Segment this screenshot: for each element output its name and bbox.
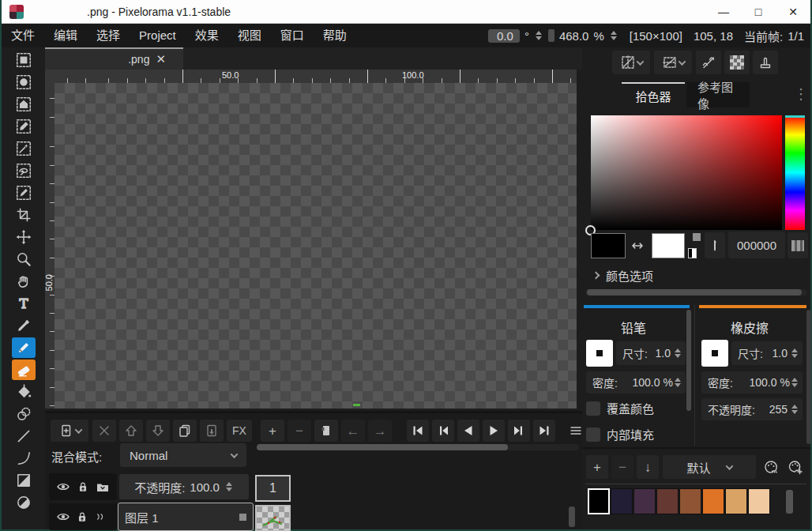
transparency-checker-button[interactable]: [724, 51, 750, 74]
eyedropper-button[interactable]: [705, 232, 725, 258]
palette-swatch-2[interactable]: [611, 488, 633, 514]
eraser-opacity-spinner[interactable]: [791, 405, 798, 414]
palette-swatch-7[interactable]: [725, 488, 747, 514]
horizontal-ruler[interactable]: 50.0 100.0: [55, 70, 577, 83]
palette-swatch-5[interactable]: [679, 488, 701, 514]
rectangle-select-tool[interactable]: [12, 50, 36, 70]
eraser-tool[interactable]: [12, 360, 36, 380]
delete-layer-button[interactable]: [92, 420, 116, 442]
rectangle-tool[interactable]: [12, 470, 36, 491]
color-options-expander[interactable]: 颜色选项: [593, 267, 653, 284]
menu-edit[interactable]: 编辑: [44, 24, 87, 47]
last-frame-button[interactable]: [533, 420, 555, 442]
eraser-size-spinbox[interactable]: 尺寸: 1.0: [731, 341, 803, 365]
crop-tool[interactable]: [12, 205, 36, 225]
layer-fx-button[interactable]: FX: [227, 420, 252, 442]
fill-inside-option[interactable]: 内部填充: [586, 426, 654, 442]
overwrite-color-checkbox[interactable]: [586, 401, 600, 416]
zoom-slider-handle[interactable]: [548, 29, 554, 42]
duplicate-layer-button[interactable]: [173, 420, 197, 442]
layer-visibility-icon[interactable]: [55, 479, 71, 495]
zoom-tool[interactable]: [12, 249, 36, 269]
play-button[interactable]: [483, 420, 505, 442]
new-palette-button[interactable]: [784, 455, 806, 479]
layer1-lock-icon[interactable]: [75, 510, 89, 524]
ellipse-tool[interactable]: [12, 492, 36, 513]
hue-slider[interactable]: [785, 115, 805, 230]
move-layer-down-button[interactable]: [146, 420, 170, 442]
bucket-tool[interactable]: [12, 382, 36, 402]
edit-palette-button[interactable]: [759, 455, 782, 479]
first-frame-button[interactable]: [407, 420, 429, 442]
palette-select-dropdown[interactable]: 默认: [663, 455, 756, 479]
blend-mode-dropdown[interactable]: Normal: [120, 443, 246, 467]
shading-tool[interactable]: [12, 404, 36, 424]
overwrite-color-option[interactable]: 覆盖颜色: [586, 400, 654, 416]
project-tab[interactable]: .png ✕: [45, 47, 183, 70]
pencil-density-spinner[interactable]: [675, 378, 681, 387]
next-frame-button[interactable]: [508, 420, 530, 442]
clone-frame-button[interactable]: [314, 420, 338, 442]
palette-swatch-3[interactable]: [633, 488, 656, 514]
palette-swatch-1[interactable]: [588, 488, 610, 514]
color-select-tool[interactable]: [12, 116, 36, 137]
reset-colors-icon[interactable]: [688, 233, 701, 258]
curve-tool[interactable]: [12, 448, 36, 469]
eraser-brush-preview[interactable]: [701, 340, 728, 367]
stamp-button[interactable]: [753, 51, 778, 74]
layer1-link-cels-icon[interactable]: [93, 510, 106, 523]
previous-frame-button[interactable]: [432, 420, 454, 442]
menu-file[interactable]: 文件: [2, 24, 44, 47]
drawing-canvas[interactable]: [55, 83, 577, 409]
remove-frame-button[interactable]: −: [288, 420, 311, 442]
palette-sort-button[interactable]: ↓: [637, 455, 659, 479]
palette-scrollbar[interactable]: [786, 490, 793, 514]
layer-group-icon[interactable]: [95, 479, 111, 495]
move-tool[interactable]: [12, 227, 36, 247]
eraser-opacity-spinbox[interactable]: 不透明度: 255: [701, 398, 803, 420]
panel-menu-dots-icon[interactable]: ⋮: [794, 85, 808, 103]
polygon-select-tool[interactable]: [12, 94, 36, 115]
pan-tool[interactable]: [12, 271, 36, 292]
saturation-value-picker[interactable]: [591, 115, 782, 230]
layer-opacity-spinbox[interactable]: 不透明度: 100.0: [119, 474, 249, 499]
layer-list-scrollbar[interactable]: [569, 507, 575, 527]
palette-swatch-6[interactable]: [702, 488, 724, 514]
menu-help[interactable]: 帮助: [314, 24, 356, 47]
rotation-input[interactable]: 0.0: [488, 29, 520, 43]
maximize-button[interactable]: □: [741, 1, 776, 23]
minimize-button[interactable]: —: [706, 1, 741, 23]
color-picker-tool[interactable]: [12, 315, 36, 336]
pencil-size-spinner[interactable]: [675, 348, 681, 358]
pencil-size-spinbox[interactable]: 尺寸: 1.0: [616, 341, 686, 365]
text-tool[interactable]: T: [12, 293, 36, 314]
add-frame-button[interactable]: +: [261, 420, 284, 442]
magic-wand-tool[interactable]: [12, 138, 36, 159]
hex-color-input[interactable]: 000000: [728, 232, 785, 258]
frame-header-button[interactable]: 1: [255, 475, 291, 502]
color-mode-button[interactable]: [788, 232, 808, 258]
tab-color-picker[interactable]: 拾色器: [622, 82, 685, 107]
eraser-density-spinner[interactable]: [791, 378, 798, 387]
move-frame-right-button[interactable]: →: [368, 420, 392, 442]
pencil-density-spinbox[interactable]: 密度: 100.0 %: [586, 371, 686, 394]
layer-name-field[interactable]: 图层 1: [118, 503, 254, 531]
line-tool[interactable]: [12, 426, 36, 446]
cel-thumbnail[interactable]: [255, 505, 291, 531]
move-layer-up-button[interactable]: [119, 420, 143, 442]
menu-effects[interactable]: 效果: [186, 24, 228, 47]
rotation-spinner[interactable]: [536, 31, 542, 40]
palette-swatch-4[interactable]: [656, 488, 679, 514]
zoom-value[interactable]: 468.0: [559, 29, 589, 43]
menu-window[interactable]: 窗口: [271, 24, 314, 47]
layer1-visibility-icon[interactable]: [55, 509, 71, 525]
menu-project[interactable]: Project: [130, 24, 186, 47]
menu-view[interactable]: 视图: [228, 24, 271, 47]
hue-cursor[interactable]: [785, 115, 805, 118]
palette-remove-color-button[interactable]: −: [611, 455, 633, 479]
right-tool-scrollbar[interactable]: [806, 310, 811, 444]
close-button[interactable]: ✕: [776, 1, 810, 23]
left-tool-scrollbar[interactable]: [686, 310, 691, 411]
pencil-brush-preview[interactable]: [586, 340, 613, 367]
layer-lock-icon[interactable]: [76, 480, 90, 494]
